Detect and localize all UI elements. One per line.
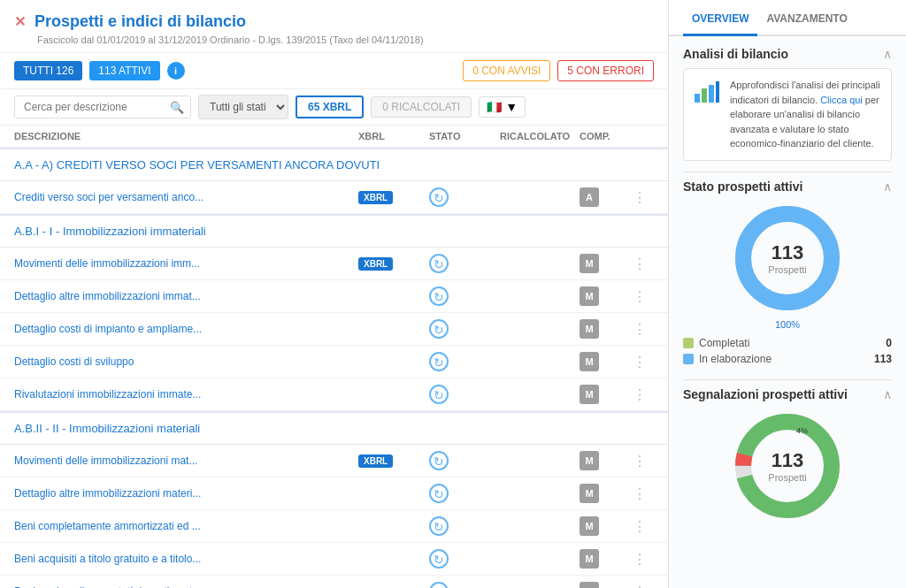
row-description[interactable]: Movimenti delle immobilizzazioni mat... <box>14 454 358 467</box>
row-xbrl[interactable]: XBRL <box>358 190 429 204</box>
more-options-icon[interactable]: ⋮ <box>633 354 654 370</box>
more-options-icon[interactable]: ⋮ <box>633 321 654 338</box>
search-input[interactable] <box>14 95 191 118</box>
row-description[interactable]: Crediti verso soci per versamenti anco..… <box>14 191 358 203</box>
legend-val-elaborazione: 113 <box>874 353 892 365</box>
comp-badge: M <box>580 516 599 536</box>
row-description[interactable]: Rivalutazioni immobilizzazioni immate... <box>14 388 358 401</box>
section-header: A.B.II - II - Immobilizzazioni materiali <box>0 411 668 445</box>
row-stato: ↻ <box>429 549 500 569</box>
table-row: Dettaglio altre immobilizzazioni immat..… <box>0 280 668 313</box>
chart-icon <box>693 78 721 109</box>
more-options-icon[interactable]: ⋮ <box>633 551 654 568</box>
row-stato: ↻ <box>429 319 500 339</box>
row-xbrl[interactable]: XBRL <box>358 454 429 468</box>
row-description[interactable]: Dettaglio altre immobilizzazioni materi.… <box>14 487 358 500</box>
refresh-icon: ↻ <box>429 484 449 503</box>
table-body: A.A - A) CREDITI VERSO SOCI PER VERSAMEN… <box>0 148 668 588</box>
table-row: Beni acquisiti a titolo gratuito e a tit… <box>0 543 668 576</box>
info-icon[interactable]: i <box>167 62 185 80</box>
comp-badge: M <box>580 385 599 404</box>
toolbar: TUTTI 126 113 ATTIVI i 0 CON AVVISI 5 CO… <box>0 53 668 89</box>
more-options-icon[interactable]: ⋮ <box>633 485 654 502</box>
analisi-collapse[interactable]: ∧ <box>883 47 892 61</box>
comp-badge: M <box>580 319 599 339</box>
btn-error[interactable]: 5 CON ERRORI <box>557 60 654 81</box>
row-description[interactable]: Beni acquisiti a titolo gratuito e a tit… <box>14 553 358 565</box>
refresh-icon: ↻ <box>429 286 449 306</box>
row-stato: ↻ <box>429 254 500 273</box>
btn-warning[interactable]: 0 CON AVVISI <box>463 60 550 81</box>
flag-button[interactable]: 🇮🇹 ▼ <box>479 96 526 118</box>
refresh-icon: ↻ <box>429 516 449 536</box>
refresh-icon: ↻ <box>429 319 449 339</box>
xbrl-badge: XBRL <box>358 191 393 204</box>
table-row: Dettaglio costi di sviluppo↻M⋮ <box>0 346 668 378</box>
table-row: Rivalutazioni immobilizzazioni immate...… <box>0 378 668 411</box>
refresh-icon: ↻ <box>429 549 449 569</box>
row-comp: M <box>580 385 633 404</box>
row-stato: ↻ <box>429 385 500 404</box>
more-options-icon[interactable]: ⋮ <box>633 584 654 589</box>
search-row: 🔍 Tutti gli stati 65 XBRL 0 RICALCOLATI … <box>0 89 668 126</box>
btn-all[interactable]: TUTTI 126 <box>14 61 82 80</box>
more-options-icon[interactable]: ⋮ <box>633 288 654 305</box>
comp-badge: M <box>580 352 599 371</box>
legend-completati: Completati 0 <box>683 337 892 349</box>
right-panel: OVERVIEW AVANZAMENTO Analisi di bilancio… <box>669 0 906 588</box>
comp-badge: A <box>580 187 599 207</box>
row-comp: M <box>580 352 633 371</box>
close-button[interactable]: ✕ <box>14 13 26 30</box>
segnalazioni-donut: 4% 113 Prospetti <box>730 409 845 523</box>
tab-overview[interactable]: OVERVIEW <box>683 0 757 36</box>
legend-color-completati <box>683 338 694 348</box>
segnalazioni-collapse[interactable]: ∧ <box>883 387 892 401</box>
row-xbrl[interactable]: XBRL <box>358 256 429 271</box>
row-description[interactable]: Movimenti delle immobilizzazioni imm... <box>14 257 358 270</box>
row-description[interactable]: Beni completamente ammortizzati ed ... <box>14 520 358 532</box>
filter-stati[interactable]: Tutti gli stati <box>198 95 288 119</box>
stato-prospetti-title: Stato prospetti attivi <box>683 179 802 194</box>
stato-collapse[interactable]: ∧ <box>883 179 892 194</box>
row-comp: M <box>580 451 633 470</box>
stato-donut-percent: 100% <box>775 319 800 330</box>
analisi-title: Analisi di bilancio <box>683 47 788 61</box>
analisi-section: Analisi di bilancio ∧ Approfondisci l'an… <box>669 36 906 172</box>
row-description[interactable]: Dettaglio costi di impianto e ampliame..… <box>14 323 358 335</box>
row-description[interactable]: Dettaglio altre immobilizzazioni immat..… <box>14 290 358 302</box>
col-xbrl: XBRL <box>358 131 429 141</box>
analisi-text: Approfondisci l'analisi dei principali i… <box>730 78 882 151</box>
refresh-icon: ↻ <box>429 352 449 371</box>
row-comp: M <box>580 582 633 588</box>
row-comp: M <box>580 319 633 339</box>
stato-donut: 113 Prospetti <box>730 201 845 316</box>
more-options-icon[interactable]: ⋮ <box>633 386 654 403</box>
col-actions <box>633 131 654 141</box>
tab-avanzamento[interactable]: AVANZAMENTO <box>757 0 856 36</box>
row-stato: ↻ <box>429 582 500 588</box>
row-stato: ↻ <box>429 352 500 371</box>
section-header: A.B.I - I - Immobilizzazioni immateriali <box>0 214 668 248</box>
col-ricalcolato: RICALCOLATO <box>500 131 580 141</box>
more-options-icon[interactable]: ⋮ <box>633 256 654 272</box>
page-title: Prospetti e indici di bilancio <box>35 12 246 31</box>
col-comp: COMP. <box>580 131 633 141</box>
xbrl-badge: XBRL <box>358 257 393 271</box>
table-row: Dettaglio altre immobilizzazioni materi.… <box>0 477 668 510</box>
legend-name-elaborazione: In elaborazione <box>699 353 869 365</box>
comp-badge: M <box>580 286 599 306</box>
row-stato: ↻ <box>429 484 500 503</box>
more-options-icon[interactable]: ⋮ <box>633 189 654 206</box>
btn-xbrl[interactable]: 65 XBRL <box>296 95 364 118</box>
segnalazioni-donut-wrap: 4% 113 Prospetti <box>683 409 892 523</box>
table-row: Movimenti delle immobilizzazioni mat...X… <box>0 445 668 477</box>
btn-active[interactable]: 113 ATTIVI <box>89 61 159 80</box>
row-stato: ↻ <box>429 286 500 306</box>
more-options-icon[interactable]: ⋮ <box>633 518 654 535</box>
table-row: Crediti verso soci per versamenti anco..… <box>0 181 668 214</box>
row-description[interactable]: Dettaglio costi di sviluppo <box>14 355 358 368</box>
more-options-icon[interactable]: ⋮ <box>633 453 654 470</box>
btn-ricalcolati[interactable]: 0 RICALCOLATI <box>371 96 472 118</box>
comp-badge: M <box>580 451 599 470</box>
analisi-link[interactable]: Clicca qui <box>820 95 863 105</box>
